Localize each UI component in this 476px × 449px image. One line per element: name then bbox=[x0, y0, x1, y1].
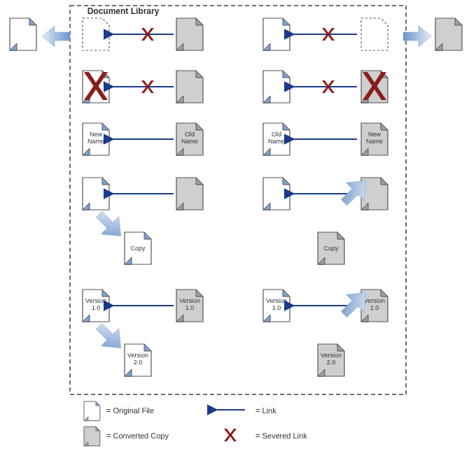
legend-converted: = Converted Copy bbox=[84, 427, 169, 446]
library-title: Document Library bbox=[88, 6, 160, 16]
legend-label: = Severed Link bbox=[255, 432, 307, 440]
file-label: NewName bbox=[88, 131, 104, 145]
severed-x-icon bbox=[224, 429, 237, 441]
converted-file-icon bbox=[176, 178, 203, 210]
legend-label: = Original File bbox=[106, 406, 154, 415]
legend-original: = Original File bbox=[84, 401, 154, 421]
original-file-icon bbox=[10, 18, 36, 50]
converted-file-icon bbox=[176, 18, 203, 50]
converted-file-icon bbox=[84, 427, 100, 446]
dashed-file-icon bbox=[361, 18, 388, 50]
converted-file-icon bbox=[435, 18, 462, 50]
library-box bbox=[70, 6, 406, 394]
file-label: Copy bbox=[323, 245, 339, 252]
original-file-icon bbox=[263, 71, 290, 103]
file-label: Copy bbox=[130, 245, 146, 252]
diagram-canvas: Document Library bbox=[0, 0, 476, 449]
file-label: NewName bbox=[366, 131, 383, 145]
legend-severed: = Severed Link bbox=[224, 429, 307, 441]
original-file-icon bbox=[83, 178, 109, 210]
original-file-icon bbox=[263, 178, 290, 210]
dashed-file-icon bbox=[83, 18, 109, 50]
copy-arrow-icon bbox=[90, 206, 130, 245]
move-arrow-icon bbox=[403, 26, 431, 47]
original-file-icon bbox=[263, 18, 290, 50]
legend-label: = Converted Copy bbox=[106, 432, 169, 440]
converted-file-icon bbox=[176, 71, 203, 103]
move-arrow-icon bbox=[42, 26, 70, 47]
copy-arrow-icon bbox=[90, 318, 130, 357]
legend-label: = Link bbox=[255, 406, 276, 415]
original-file-icon bbox=[84, 401, 100, 421]
legend-link: = Link bbox=[217, 406, 276, 415]
